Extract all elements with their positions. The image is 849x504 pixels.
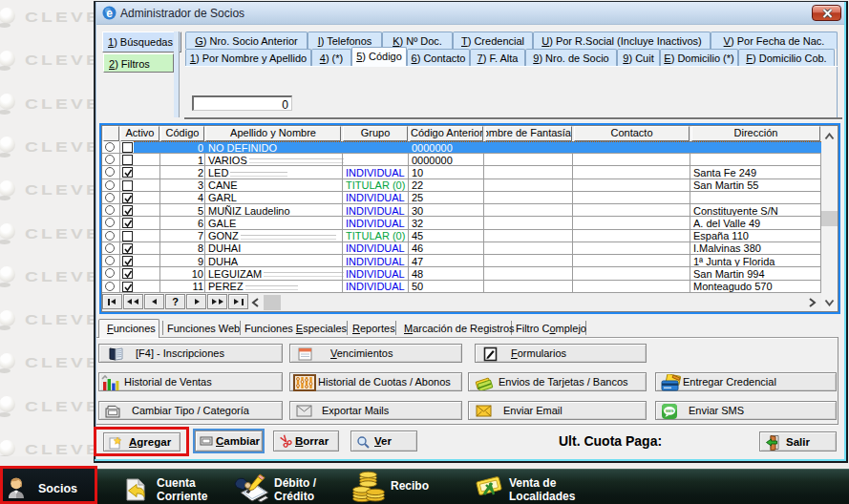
svg-text:e: e: [106, 7, 113, 20]
svg-text:SMS: SMS: [666, 409, 674, 413]
